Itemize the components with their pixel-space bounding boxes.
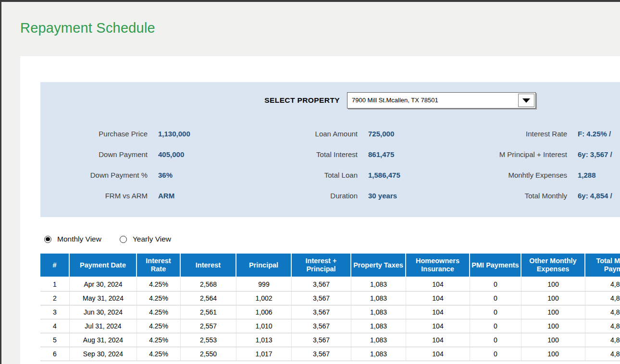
table-cell[interactable]: 0 (470, 319, 521, 333)
column-header[interactable]: Property Taxes (351, 254, 406, 278)
table-cell[interactable]: 4,854 (585, 291, 620, 305)
table-cell[interactable]: 4,854 (585, 347, 620, 361)
column-header[interactable]: Interest + Principal (292, 254, 351, 278)
table-cell[interactable]: 4.25% (137, 291, 181, 305)
column-header[interactable]: Payment Date (70, 254, 137, 278)
table-cell[interactable]: 2,550 (181, 347, 236, 361)
table-cell[interactable]: 6 (40, 347, 70, 361)
summary-label: Total Monthly (423, 192, 567, 200)
table-cell[interactable]: 3,567 (292, 291, 351, 305)
table-cell[interactable]: 4,854 (585, 333, 620, 347)
column-header[interactable]: Total Monthly Payment (585, 254, 620, 278)
table-cell[interactable]: 2,557 (181, 319, 236, 333)
table-cell[interactable]: 1,017 (236, 347, 292, 361)
down-triangle-icon (522, 98, 530, 103)
table-cell[interactable]: 3,567 (292, 305, 351, 319)
table-cell[interactable]: 1,083 (351, 291, 406, 305)
table-cell[interactable]: 104 (406, 278, 470, 291)
table-cell[interactable]: 100 (521, 305, 585, 319)
table-cell[interactable]: 100 (521, 278, 585, 291)
summary-label: Interest Rate (423, 130, 567, 138)
table-cell[interactable]: 1,010 (236, 319, 292, 333)
radio-label: Monthly View (57, 235, 101, 243)
table-cell[interactable]: 4,854 (585, 305, 620, 319)
table-cell[interactable]: 3,567 (292, 333, 351, 347)
table-header-row: # Payment Date Interest Rate Interest Pr… (40, 254, 620, 278)
table-cell[interactable]: 2,568 (181, 278, 236, 291)
table-cell[interactable]: 2 (40, 291, 70, 305)
repayment-schedule-table: # Payment Date Interest Rate Interest Pr… (40, 254, 620, 361)
table-cell[interactable]: 1,083 (351, 347, 406, 361)
column-header[interactable]: Interest Rate (137, 254, 181, 278)
table-cell[interactable]: 104 (406, 305, 470, 319)
table-cell[interactable]: 1 (40, 278, 70, 291)
table-cell[interactable]: 2,553 (181, 333, 236, 347)
table-cell[interactable]: 0 (470, 333, 521, 347)
table-cell[interactable]: 4.25% (137, 278, 181, 291)
summary-label: Total Loan (237, 171, 358, 179)
table-cell[interactable]: 1,083 (351, 278, 406, 291)
table-cell[interactable]: 1,006 (236, 305, 292, 319)
table-cell[interactable]: Aug 31, 2024 (70, 333, 137, 347)
column-header[interactable]: PMI Payments (470, 254, 521, 278)
table-cell[interactable]: 5 (40, 333, 70, 347)
table-cell[interactable]: 4.25% (137, 319, 181, 333)
summary-label: Monhtly Expenses (423, 171, 567, 179)
table-cell[interactable]: 2,564 (181, 291, 236, 305)
table-cell[interactable]: 4.25% (137, 305, 181, 319)
table-cell[interactable]: 3 (40, 305, 70, 319)
table-cell[interactable]: 1,083 (351, 333, 406, 347)
table-cell[interactable]: 3,567 (292, 347, 351, 361)
table-cell[interactable]: 3,567 (292, 278, 351, 291)
summary-label: M Principal + Interest (423, 150, 567, 158)
table-cell[interactable]: 4.25% (137, 347, 181, 361)
summary-grid: Purchase Price 1,130,000 Loan Amount 725… (40, 123, 620, 206)
table-cell[interactable]: 1,013 (236, 333, 292, 347)
table-cell[interactable]: 0 (470, 305, 521, 319)
table-cell[interactable]: Jul 31, 2024 (70, 319, 137, 333)
column-header[interactable]: # (40, 254, 70, 278)
table-cell[interactable]: 3,567 (292, 319, 351, 333)
yearly-view-radio[interactable]: Yearly View (120, 235, 171, 243)
column-header[interactable]: Other Monthly Expenses (521, 254, 585, 278)
summary-value: 1,288 (567, 171, 620, 179)
table-cell[interactable]: 104 (406, 333, 470, 347)
column-header[interactable]: Principal (236, 254, 292, 278)
table-row: 6Sep 30, 20244.25%2,5501,0173,5671,08310… (40, 347, 620, 361)
table-cell[interactable]: 100 (521, 347, 585, 361)
property-dropdown[interactable]: 7900 Mill St.Mcallen, TX 78501 (347, 92, 536, 109)
table-cell[interactable]: 0 (470, 278, 521, 291)
table-cell[interactable]: 104 (406, 319, 470, 333)
summary-label: Loan Amount (237, 130, 358, 138)
radio-label: Yearly View (133, 235, 171, 243)
summary-value: 405,000 (148, 150, 237, 158)
summary-value: ARM (148, 192, 237, 200)
table-cell[interactable]: 4,854 (585, 319, 620, 333)
table-cell[interactable]: Jun 30, 2024 (70, 305, 137, 319)
table-cell[interactable]: 4 (40, 319, 70, 333)
table-cell[interactable]: 0 (470, 291, 521, 305)
table-cell[interactable]: Sep 30, 2024 (70, 347, 137, 361)
table-cell[interactable]: 1,002 (236, 291, 292, 305)
summary-value: 30 years (358, 192, 423, 200)
column-header[interactable]: Interest (181, 254, 236, 278)
summary-value: 1,586,475 (358, 171, 423, 179)
table-cell[interactable]: Apr 30, 2024 (70, 278, 137, 291)
table-cell[interactable]: 1,083 (351, 319, 406, 333)
table-cell[interactable]: 100 (521, 319, 585, 333)
table-cell[interactable]: 4,854 (585, 278, 620, 291)
dropdown-arrow-button[interactable] (518, 94, 534, 107)
table-cell[interactable]: 104 (406, 291, 470, 305)
table-cell[interactable]: 999 (236, 278, 292, 291)
table-cell[interactable]: 100 (521, 333, 585, 347)
table-cell[interactable]: 4.25% (137, 333, 181, 347)
table-cell[interactable]: 1,083 (351, 305, 406, 319)
table-cell[interactable]: May 31, 2024 (70, 291, 137, 305)
table-cell[interactable]: 0 (470, 347, 521, 361)
monthly-view-radio[interactable]: Monthly View (44, 235, 101, 243)
table-cell[interactable]: 2,561 (181, 305, 236, 319)
table-cell[interactable]: 100 (521, 291, 585, 305)
summary-label: Duration (237, 192, 358, 200)
column-header[interactable]: Homeowners Insurance (406, 254, 470, 278)
table-cell[interactable]: 104 (406, 347, 470, 361)
